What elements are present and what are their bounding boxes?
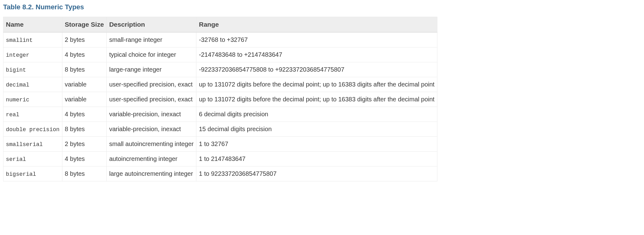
type-code: serial — [6, 156, 26, 162]
table-row: numeric variable user-specified precisio… — [3, 92, 437, 107]
table-title: Table 8.2. Numeric Types — [3, 3, 641, 11]
type-code: smallint — [6, 37, 33, 43]
numeric-types-table: Name Storage Size Description Range smal… — [3, 17, 437, 181]
cell-range: -9223372036854775808 to +922337203685477… — [196, 62, 437, 77]
table-header-row: Name Storage Size Description Range — [3, 17, 437, 32]
header-name: Name — [3, 17, 62, 32]
cell-range: up to 131072 digits before the decimal p… — [196, 77, 437, 92]
cell-storage: 4 bytes — [62, 151, 106, 166]
header-storage: Storage Size — [62, 17, 106, 32]
cell-range: 1 to 2147483647 — [196, 151, 437, 166]
type-code: numeric — [6, 97, 29, 103]
header-range: Range — [196, 17, 437, 32]
cell-storage: 4 bytes — [62, 47, 106, 62]
table-row: smallint 2 bytes small-range integer -32… — [3, 32, 437, 47]
cell-name: bigint — [3, 62, 62, 77]
type-code: integer — [6, 52, 29, 58]
cell-name: numeric — [3, 92, 62, 107]
cell-storage: variable — [62, 77, 106, 92]
cell-name: integer — [3, 47, 62, 62]
type-code: real — [6, 112, 19, 118]
cell-description: autoincrementing integer — [106, 151, 196, 166]
cell-range: up to 131072 digits before the decimal p… — [196, 92, 437, 107]
cell-range: -2147483648 to +2147483647 — [196, 47, 437, 62]
cell-description: variable-precision, inexact — [106, 122, 196, 136]
cell-storage: variable — [62, 92, 106, 107]
cell-storage: 8 bytes — [62, 122, 106, 136]
type-code: bigint — [6, 67, 26, 73]
type-code: double precision — [6, 126, 60, 133]
cell-storage: 2 bytes — [62, 32, 106, 47]
table-row: double precision 8 bytes variable-precis… — [3, 122, 437, 136]
type-code: smallserial — [6, 141, 43, 148]
table-row: bigserial 8 bytes large autoincrementing… — [3, 166, 437, 181]
cell-description: small-range integer — [106, 32, 196, 47]
cell-description: variable-precision, inexact — [106, 107, 196, 122]
table-row: serial 4 bytes autoincrementing integer … — [3, 151, 437, 166]
header-description: Description — [106, 17, 196, 32]
cell-storage: 4 bytes — [62, 107, 106, 122]
cell-name: serial — [3, 151, 62, 166]
cell-range: 6 decimal digits precision — [196, 107, 437, 122]
table-row: decimal variable user-specified precisio… — [3, 77, 437, 92]
cell-name: real — [3, 107, 62, 122]
table-row: smallserial 2 bytes small autoincrementi… — [3, 136, 437, 151]
cell-name: decimal — [3, 77, 62, 92]
table-row: real 4 bytes variable-precision, inexact… — [3, 107, 437, 122]
cell-description: large autoincrementing integer — [106, 166, 196, 181]
cell-description: typical choice for integer — [106, 47, 196, 62]
cell-storage: 8 bytes — [62, 62, 106, 77]
cell-storage: 2 bytes — [62, 136, 106, 151]
cell-name: smallint — [3, 32, 62, 47]
cell-description: user-specified precision, exact — [106, 92, 196, 107]
cell-description: small autoincrementing integer — [106, 136, 196, 151]
table-row: integer 4 bytes typical choice for integ… — [3, 47, 437, 62]
cell-description: user-specified precision, exact — [106, 77, 196, 92]
table-row: bigint 8 bytes large-range integer -9223… — [3, 62, 437, 77]
type-code: bigserial — [6, 171, 36, 177]
cell-name: bigserial — [3, 166, 62, 181]
cell-range: 1 to 9223372036854775807 — [196, 166, 437, 181]
cell-name: smallserial — [3, 136, 62, 151]
cell-range: -32768 to +32767 — [196, 32, 437, 47]
cell-storage: 8 bytes — [62, 166, 106, 181]
cell-range: 1 to 32767 — [196, 136, 437, 151]
type-code: decimal — [6, 82, 29, 88]
cell-name: double precision — [3, 122, 62, 136]
cell-description: large-range integer — [106, 62, 196, 77]
cell-range: 15 decimal digits precision — [196, 122, 437, 136]
